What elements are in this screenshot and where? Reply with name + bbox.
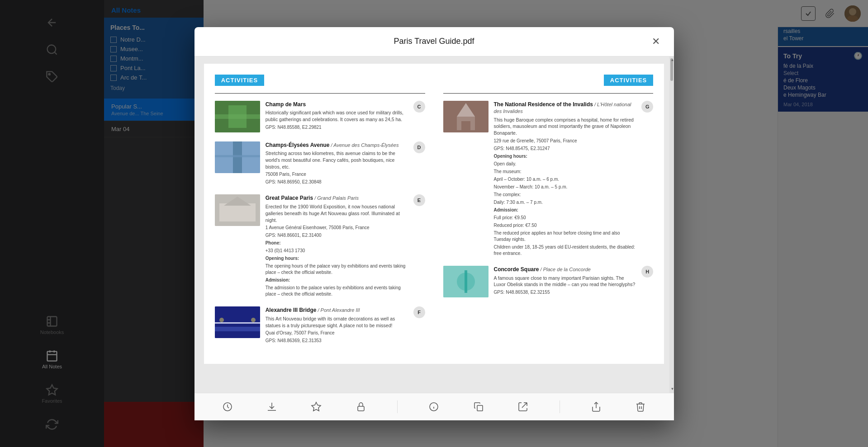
concorde-subtitle: / Place de la Concorde [541, 267, 591, 272]
invalides-desc: This huge Baroque complex comprises a ho… [494, 117, 636, 136]
pdf-left-column: ACTIVITIES Champ de Mars Historically si… [215, 75, 425, 353]
grand-palais-info: Great Palace Paris / Grand Palais Paris … [266, 194, 408, 297]
invalides-adm-label: Admission: [494, 207, 636, 213]
grand-palais-adm: The admission to the palace varies by ex… [266, 285, 408, 297]
invalides-reduced-price: Reduced price: €7.50 [494, 222, 636, 229]
alexandre-bridge-gps: Quai d'Orsay, 75007 Paris, France [266, 330, 408, 336]
invalides-complex-hours: Daily: 7:30 a.m. – 7 p.m. [494, 199, 636, 206]
alexandre-bridge-badge: F [413, 306, 425, 318]
scroll-down-arrow[interactable]: ▼ [670, 386, 674, 392]
concorde-image [443, 266, 489, 297]
grand-palais-badge: E [413, 194, 425, 206]
grand-palais-desc: Erected for the 1900 World Exposition, i… [266, 203, 408, 223]
invalides-info: The National Residence of the Invalids /… [494, 101, 636, 257]
invalides-open-daily: Open daily. [494, 161, 636, 167]
activity-champ-de-mars: Champ de Mars Historically significant p… [215, 101, 425, 132]
grand-palais-phone-label: Phone: [266, 240, 408, 246]
scroll-up-arrow[interactable]: ▲ [670, 57, 674, 63]
pdf-page: ACTIVITIES Champ de Mars Historically si… [204, 64, 664, 364]
copy-footer-icon[interactable] [470, 399, 487, 415]
champ-mars-title: Champ de Mars [266, 101, 306, 108]
alexandre-bridge-image [215, 306, 260, 338]
svg-point-18 [251, 318, 256, 322]
champs-elysees-badge: D [413, 141, 425, 153]
svg-rect-16 [215, 322, 260, 324]
modal-backdrop: Paris Travel Guide.pdf ✕ ACTIVITIES [0, 0, 868, 447]
champs-elysees-gps: 75008 Paris, France [266, 171, 408, 178]
champs-elysees-info: Champs-Élysées Avenue / Avenue des Champ… [266, 141, 408, 186]
svg-rect-30 [477, 405, 483, 411]
modal-footer [194, 393, 674, 420]
alexandre-bridge-title: Alexandre III Bridge [266, 307, 317, 313]
grand-palais-subtitle: / Grand Palais Paris [314, 195, 359, 201]
grand-palais-adm-label: Admission: [266, 277, 408, 283]
invalides-reduced-note: The reduced price applies an hour before… [494, 230, 636, 243]
champs-elysees-image [215, 141, 260, 173]
champ-mars-gps: GPS: N48.85588, E2.29821 [266, 124, 408, 131]
svg-rect-28 [358, 406, 364, 411]
svg-rect-25 [465, 270, 467, 293]
alexandre-bridge-gps2: GPS: N48.86369, E2.31353 [266, 338, 408, 344]
concorde-title: Concorde Square [494, 266, 539, 273]
grand-palais-gps2: GPS: N48.86601, E2.31400 [266, 232, 408, 239]
trash-footer-icon[interactable] [632, 399, 649, 415]
alexandre-bridge-desc: This Art Nouveau bridge with its ornate … [266, 315, 408, 329]
champ-mars-desc: Historically significant park which was … [266, 109, 408, 122]
footer-divider-1 [397, 400, 398, 413]
invalides-oh-label: Opening hours: [494, 153, 636, 160]
grand-palais-gps: 1 Avenue Général Eisenhower, 75008 Paris… [266, 225, 408, 231]
alexandre-bridge-subtitle: / Pont Alexandre III [318, 307, 360, 313]
svg-rect-7 [215, 114, 260, 119]
activity-grand-palais: Great Palace Paris / Grand Palais Paris … [215, 194, 425, 297]
activity-champs-elysees: Champs-Élysées Avenue / Avenue des Champ… [215, 141, 425, 186]
grand-palais-oh-label: Opening hours: [266, 255, 408, 262]
lock-footer-icon[interactable] [353, 399, 369, 415]
champs-elysees-subtitle: / Avenue des Champs-Élysées [331, 142, 399, 148]
modal-close-button[interactable]: ✕ [649, 34, 663, 49]
svg-rect-10 [215, 155, 260, 157]
star-footer-icon[interactable] [308, 399, 324, 415]
pdf-modal: Paris Travel Guide.pdf ✕ ACTIVITIES [194, 27, 674, 420]
concorde-desc: A famous square close to many important … [494, 275, 636, 288]
pdf-scrollbar[interactable]: ▲ ▼ [669, 56, 674, 393]
invalides-badge: G [641, 101, 653, 113]
champs-elysees-desc: Stretching across two kilometres, this a… [266, 150, 408, 170]
invalides-museum-nov: November – March: 10 a.m. – 5 p.m. [494, 184, 636, 190]
champs-elysees-gps2: GPS: N48.86950, E2.30848 [266, 179, 408, 185]
grand-palais-phone: +33 (0)1 4413 1730 [266, 248, 408, 254]
grand-palais-oh: The opening hours of the palace vary by … [266, 263, 408, 276]
grand-palais-title: Great Palace Paris [266, 195, 313, 201]
info-footer-icon[interactable] [426, 399, 442, 415]
svg-rect-22 [461, 121, 470, 130]
champ-mars-info: Champ de Mars Historically significant p… [266, 101, 408, 132]
modal-title: Paris Travel Guide.pdf [220, 37, 649, 46]
right-activities-header: ACTIVITIES [604, 75, 654, 86]
invalides-free: Children under 18, 18-25 years old EU-re… [494, 244, 636, 257]
svg-rect-15 [215, 327, 260, 331]
invalides-address: 129 rue de Grenelle, 75007 Paris, France [494, 138, 636, 144]
invalides-gps: GPS: N48.85475, E2.31247 [494, 146, 636, 152]
export-footer-icon[interactable] [515, 399, 531, 415]
left-activities-header: ACTIVITIES [215, 75, 265, 86]
pdf-right-column: ACTIVITIES The National Residence of the… [443, 75, 654, 353]
invalides-complex-label: The complex: [494, 192, 636, 198]
concorde-gps: GPS: N48.86538, E2.32155 [494, 289, 636, 296]
invalides-full-price: Full price: €9.50 [494, 215, 636, 221]
download-footer-icon[interactable] [264, 399, 280, 415]
activity-concorde: Concorde Square / Place de la Concorde A… [443, 266, 654, 297]
footer-divider-2 [560, 400, 560, 413]
pdf-content[interactable]: ACTIVITIES Champ de Mars Historically si… [194, 56, 674, 393]
invalides-museum-apr: April – October: 10 a.m. – 6 p.m. [494, 176, 636, 183]
concorde-info: Concorde Square / Place de la Concorde A… [494, 266, 636, 297]
svg-marker-27 [312, 402, 321, 411]
share-footer-icon[interactable] [588, 399, 604, 415]
alexandre-bridge-info: Alexandre III Bridge / Pont Alexandre II… [266, 306, 408, 344]
concorde-badge: H [641, 266, 653, 278]
invalides-image [443, 101, 489, 132]
grand-palais-image [215, 194, 260, 226]
champ-mars-image [215, 101, 260, 132]
invalides-title: The National Residence of the Invalids [494, 101, 593, 108]
champs-elysees-title: Champs-Élysées Avenue [266, 142, 330, 148]
clock-footer-icon[interactable] [219, 399, 236, 415]
invalides-museum-label: The museum: [494, 169, 636, 175]
